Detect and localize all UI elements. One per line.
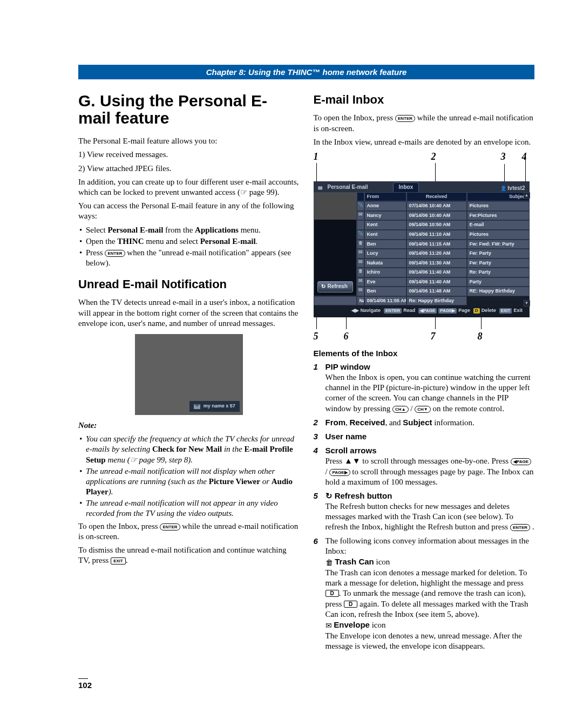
exit-key-icon: EXIT (111, 557, 126, 564)
section-g-title: G. Using the Personal E-mail feature (78, 92, 300, 126)
row-from[interactable]: Nancy (364, 211, 406, 221)
tv-screenshot-placeholder: my name x 57 (135, 334, 243, 415)
row-from[interactable]: Anne (364, 201, 406, 211)
callout-2: 2 (431, 151, 436, 163)
row-received: 09/14/06 11:40 AM (406, 268, 467, 277)
panel-title: Personal E-mail (324, 183, 371, 192)
mail-panel-icon: ✉ (314, 185, 324, 192)
row-subject: Fw:Pictures (467, 211, 530, 221)
enter-key-icon: ENTER (105, 250, 125, 257)
item-6: 6 The following icons convey information… (314, 536, 535, 652)
row-from[interactable]: Nancy (357, 296, 364, 306)
row-received: 07/14/06 10:40 AM (406, 201, 467, 211)
row-received: 09/14/06 11:15 AM (406, 240, 467, 249)
envelope-icon (194, 404, 200, 409)
note-1: You can specify the frequency at which t… (78, 434, 300, 465)
row-icon (357, 287, 364, 296)
page-right-key-icon: PAGE▶ (329, 469, 350, 476)
row-icon (357, 230, 364, 240)
callout-6: 6 (344, 330, 349, 343)
callout-5: 5 (314, 330, 319, 343)
row-icon (357, 220, 364, 230)
row-icon (357, 249, 364, 258)
row-from[interactable]: Eve (364, 277, 406, 287)
row-icon (314, 296, 357, 306)
row-from[interactable]: Kent (364, 230, 406, 240)
row-from[interactable]: Nakata (364, 258, 406, 268)
step-2: 2) View attached JPEG files. (78, 164, 300, 174)
col-received: Received (406, 192, 467, 202)
row-icon (357, 277, 364, 287)
inbox-tab[interactable]: Inbox (393, 182, 419, 192)
item-4: 4 Scroll arrows Press ▲▼ to scroll throu… (314, 445, 535, 487)
row-subject: Fw: Fwd: FW: Party (467, 240, 530, 249)
para-access: You can access the Personal E-mail featu… (78, 201, 300, 221)
row-subject: Fw: Party (467, 258, 530, 268)
row-received: 09/14/06 10:40 AM (406, 211, 467, 221)
email-inbox-heading: E-mail Inbox (314, 92, 535, 107)
open-inbox-instruction-2: To open the Inbox, press ENTER while the… (314, 113, 535, 133)
callout-8: 8 (478, 330, 483, 343)
row-received: 09/14/06 11:48 AM (406, 287, 467, 296)
notification-text: my name x 57 (204, 403, 235, 410)
row-received: 09/14/06 11:20 AM (406, 249, 467, 258)
unread-notification-para: When the TV detects unread e-mail in a u… (78, 297, 300, 329)
trash-can-icon: 🗑 (326, 559, 333, 567)
enter-key-icon: ENTER (160, 523, 180, 530)
item-5: 5 ↻ Refresh button The Refresh button ch… (314, 491, 535, 533)
callout-7: 7 (431, 330, 436, 343)
page-number: 102 (78, 675, 534, 690)
row-subject: Pictures (467, 201, 530, 211)
dismiss-instruction: To dismiss the unread e-mail notificatio… (78, 545, 300, 566)
row-icon (357, 258, 364, 268)
row-subject: RE: Happy Birthday (467, 287, 530, 296)
envelope-icon: ✉ (326, 622, 332, 630)
access-bullet-1: Select Personal E-mail from the Applicat… (78, 225, 300, 235)
user-name-label: tvtest2 (500, 185, 529, 192)
row-icon (357, 268, 364, 277)
inbox-view-para: In the Inbox view, unread e-mails are de… (314, 137, 535, 147)
row-received: 09/14/06 11:55 AM (364, 296, 406, 306)
pip-window: Refresh (314, 192, 357, 296)
row-icon (357, 201, 364, 211)
legend-bar: ◀▶ Navigate ENTER Read ◀PAGEPAGE▶ Page D… (314, 305, 530, 317)
elements-heading: Elements of the Inbox (314, 348, 535, 358)
row-from[interactable]: Ben (364, 287, 406, 296)
row-from[interactable]: Lucy (364, 249, 406, 258)
row-subject: Re: Party (467, 268, 530, 277)
item-2: 2 From, Received, and Subject informatio… (314, 417, 535, 428)
row-subject: E-mail (467, 220, 530, 230)
note-2: The unread e-mail notification will not … (78, 466, 300, 498)
unread-notification-heading: Unread E-mail Notification (78, 277, 300, 292)
intro-text: The Personal E-mail feature allows you t… (78, 136, 300, 146)
d-key-icon: D (326, 590, 339, 597)
row-from[interactable]: Kent (364, 220, 406, 230)
callout-1: 1 (314, 151, 317, 163)
item-1: 1 PIP window When the Inbox is open, you… (314, 362, 535, 414)
col-from: From (364, 192, 406, 202)
row-subject: Party (467, 277, 530, 287)
row-icon (357, 211, 364, 221)
row-received: 09/14/06 11:40 AM (406, 277, 467, 287)
enter-key-icon: ENTER (395, 115, 415, 122)
item-3: 3 User name (314, 431, 535, 442)
row-subject: Fw: Party (467, 249, 530, 258)
scroll-up-arrow[interactable] (524, 192, 530, 199)
access-bullet-3: Press ENTER when the "unread e-mail noti… (78, 248, 300, 268)
scroll-down-arrow[interactable] (524, 300, 530, 307)
row-icon (357, 240, 364, 249)
access-bullet-2: Open the THINC menu and select Personal … (78, 236, 300, 247)
ch-down-icon: CH▼ (415, 406, 430, 413)
refresh-button[interactable]: Refresh (317, 281, 353, 292)
right-column: E-mail Inbox To open the Inbox, press EN… (314, 92, 535, 655)
para-addition: In addition, you can create up to four d… (78, 177, 300, 198)
row-from[interactable]: Ichiro (364, 268, 406, 277)
enter-key-icon: ENTER (510, 524, 530, 531)
row-from[interactable]: Ben (364, 240, 406, 249)
row-subject: Pictures (467, 230, 530, 240)
col-subject: Subject (467, 192, 530, 202)
callout-4: 4 (522, 151, 527, 163)
step-1: 1) View received messages. (78, 149, 300, 160)
page-left-key-icon: ◀PAGE (511, 458, 531, 465)
note-3: The unread e-mail notification will not … (78, 498, 300, 519)
